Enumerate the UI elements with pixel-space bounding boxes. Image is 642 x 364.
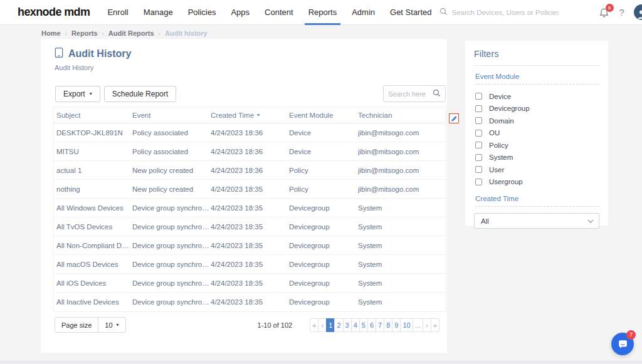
checkbox-icon[interactable] xyxy=(475,105,482,112)
page-9-button[interactable]: 9 xyxy=(392,318,401,332)
filter-option-label: System xyxy=(489,153,513,161)
table-row[interactable]: nothingNew policy created4/24/2023 18:35… xyxy=(54,180,446,199)
chevron-down-icon: ▾ xyxy=(117,322,119,328)
filter-option-usergroup[interactable]: Usergroup xyxy=(475,176,598,189)
filter-option-devicegroup[interactable]: Devicegroup xyxy=(475,103,598,115)
nav-item-enroll[interactable]: Enroll xyxy=(107,0,128,25)
checkbox-icon[interactable] xyxy=(475,179,482,185)
prev-page-button[interactable]: ‹ xyxy=(318,318,327,332)
page-3-button[interactable]: 3 xyxy=(343,318,352,332)
search-icon[interactable] xyxy=(433,88,441,100)
filter-option-system[interactable]: System xyxy=(475,152,598,164)
column-header-event-module[interactable]: Event Module xyxy=(289,112,358,119)
filter-option-policy[interactable]: Policy xyxy=(475,139,598,152)
cell-subject: All iOS Devices xyxy=(54,279,132,287)
breadcrumb-item-home[interactable]: Home xyxy=(41,29,61,37)
cell-event-module: Devicegroup xyxy=(289,279,358,287)
global-search-input[interactable] xyxy=(452,9,559,16)
search-icon xyxy=(439,7,448,18)
filter-option-label: Policy xyxy=(489,142,508,149)
page-5-button[interactable]: 5 xyxy=(359,318,368,332)
nav-item-admin[interactable]: Admin xyxy=(352,0,375,25)
page-8-button[interactable]: 8 xyxy=(384,318,392,332)
table-row[interactable]: All TvOS DevicesDevice group synchronize… xyxy=(54,217,446,236)
page-4-button[interactable]: 4 xyxy=(351,318,360,332)
nav-item-content[interactable]: Content xyxy=(265,0,293,25)
breadcrumb-item-audit-reports[interactable]: Audit Reports xyxy=(108,29,154,37)
pagination-bar: Page size 10 ▾ 1-10 of 102 «‹12345678910… xyxy=(55,317,439,333)
checkbox-icon[interactable] xyxy=(475,142,482,148)
column-header-event[interactable]: Event xyxy=(132,112,211,119)
user-avatar[interactable] xyxy=(634,4,642,20)
page-size-dropdown[interactable]: 10 ▾ xyxy=(98,318,125,332)
breadcrumb-item-reports[interactable]: Reports xyxy=(71,29,98,37)
filter-option-device[interactable]: Device xyxy=(475,90,598,103)
page-1-button[interactable]: 1 xyxy=(326,318,335,332)
cell-event: Device group synchronized xyxy=(132,242,211,249)
cell-subject: actual 1 xyxy=(54,167,132,174)
table-row[interactable]: All iOS DevicesDevice group synchronized… xyxy=(54,274,446,293)
schedule-report-label: Schedule Report xyxy=(112,90,168,98)
checkbox-icon[interactable] xyxy=(475,93,482,100)
help-icon[interactable]: ? xyxy=(619,7,624,18)
page-2-button[interactable]: 2 xyxy=(334,318,343,332)
hexnode-logo[interactable]: hexnode mdm xyxy=(18,6,90,19)
export-button[interactable]: Export ▾ xyxy=(55,86,100,102)
nav-item-apps[interactable]: Apps xyxy=(231,0,250,25)
checkbox-icon[interactable] xyxy=(475,154,482,161)
edit-columns-button[interactable] xyxy=(449,113,459,123)
column-header-label: Created Time xyxy=(211,112,254,119)
next-page-button[interactable]: › xyxy=(423,318,431,332)
cell-event-module: Devicegroup xyxy=(289,223,358,231)
schedule-report-button[interactable]: Schedule Report xyxy=(104,86,176,102)
cell-created-time: 4/24/2023 18:35 xyxy=(211,204,289,212)
first-page-button[interactable]: « xyxy=(310,318,318,332)
global-search[interactable] xyxy=(439,7,559,18)
cell-subject: DESKTOP-JKL891N xyxy=(54,129,132,137)
notifications-bell-icon[interactable]: 8 xyxy=(599,6,610,19)
cell-event: New policy created xyxy=(132,167,211,174)
filter-option-label: Domain xyxy=(489,117,514,125)
table-row[interactable]: All macOS DevicesDevice group synchroniz… xyxy=(54,255,446,274)
cell-event: Device group synchronized xyxy=(132,223,211,231)
chat-bubble-icon xyxy=(617,338,629,350)
cell-event-module: Device xyxy=(289,148,358,155)
created-time-select[interactable]: All xyxy=(474,213,599,229)
table-row[interactable]: All Inactive DevicesDevice group synchro… xyxy=(54,293,446,311)
page-size-value: 10 xyxy=(105,321,112,329)
table-row[interactable]: All Windows DevicesDevice group synchron… xyxy=(54,199,446,217)
nav-item-reports[interactable]: Reports xyxy=(308,0,337,25)
table-row[interactable]: MITSUPolicy associated4/24/2023 18:36Dev… xyxy=(54,142,446,161)
nav-item-policies[interactable]: Policies xyxy=(188,0,216,25)
cell-event-module: Devicegroup xyxy=(289,204,358,212)
page-6-button[interactable]: 6 xyxy=(367,318,376,332)
more-pages-button[interactable]: ... xyxy=(413,318,423,332)
table-row[interactable]: DESKTOP-JKL891NPolicy associated4/24/202… xyxy=(54,123,446,142)
column-header-created-time[interactable]: Created Time▾ xyxy=(211,112,289,119)
nav-item-manage[interactable]: Manage xyxy=(144,0,173,25)
table-row[interactable]: actual 1New policy created4/24/2023 18:3… xyxy=(54,161,446,180)
cell-event: Policy associated xyxy=(132,129,211,137)
checkbox-icon[interactable] xyxy=(475,117,482,124)
filter-option-user[interactable]: User xyxy=(475,164,598,176)
page-size-label: Page size xyxy=(55,321,98,329)
chevron-down-icon: ▾ xyxy=(90,91,92,96)
chat-launcher-button[interactable]: 7 xyxy=(611,333,634,355)
column-header-technician[interactable]: Technician xyxy=(358,112,446,119)
page-7-button[interactable]: 7 xyxy=(376,318,384,332)
column-header-subject[interactable]: Subject xyxy=(54,112,132,119)
filter-option-domain[interactable]: Domain xyxy=(475,115,598,127)
column-header-label: Technician xyxy=(358,112,392,119)
checkbox-icon[interactable] xyxy=(475,130,482,137)
checkbox-icon[interactable] xyxy=(475,166,482,173)
last-page-button[interactable]: » xyxy=(431,318,439,332)
nav-item-get-started[interactable]: Get Started xyxy=(390,0,431,25)
cell-event-module: Policy xyxy=(289,167,358,174)
filter-option-ou[interactable]: OU xyxy=(475,127,598,140)
table-search-box[interactable] xyxy=(383,85,446,102)
audit-table: SubjectEventCreated Time▾Event ModuleTec… xyxy=(53,107,446,312)
table-search-input[interactable] xyxy=(388,90,429,98)
table-row[interactable]: All Non-Compliant DevicesDevice group sy… xyxy=(54,236,446,255)
page-10-button[interactable]: 10 xyxy=(400,318,413,332)
page-size-control[interactable]: Page size 10 ▾ xyxy=(55,317,126,333)
